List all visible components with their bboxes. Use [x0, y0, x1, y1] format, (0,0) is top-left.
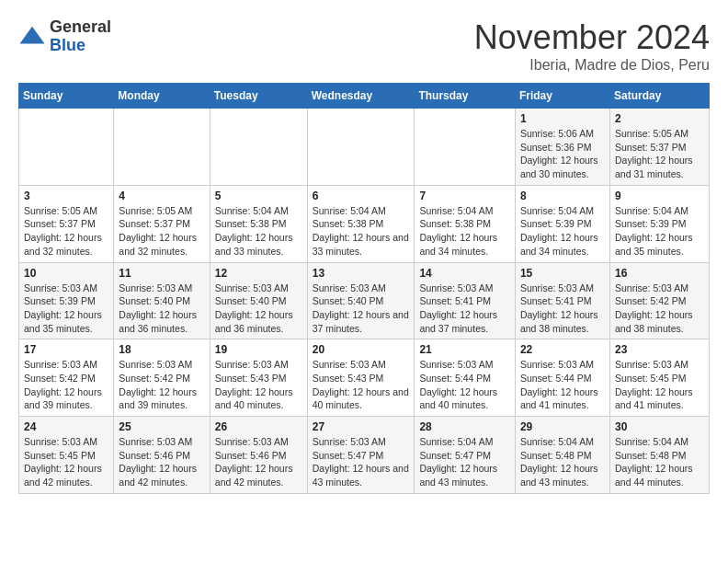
day-info: Sunrise: 5:04 AM Sunset: 5:39 PM Dayligh… — [615, 204, 704, 259]
day-number: 16 — [615, 267, 704, 280]
calendar-day-cell: 7Sunrise: 5:04 AM Sunset: 5:38 PM Daylig… — [415, 185, 516, 262]
calendar-day-cell — [415, 109, 516, 186]
day-info: Sunrise: 5:04 AM Sunset: 5:38 PM Dayligh… — [419, 204, 510, 259]
logo-text: General Blue — [50, 18, 111, 55]
page-title: November 2024 — [474, 18, 710, 57]
day-number: 1 — [520, 112, 605, 125]
day-info: Sunrise: 5:06 AM Sunset: 5:36 PM Dayligh… — [520, 127, 605, 181]
day-info: Sunrise: 5:03 AM Sunset: 5:40 PM Dayligh… — [215, 282, 302, 336]
day-number: 29 — [520, 420, 605, 433]
calendar-day-cell — [114, 109, 210, 186]
calendar-day-cell: 23Sunrise: 5:03 AM Sunset: 5:45 PM Dayli… — [609, 339, 709, 417]
day-info: Sunrise: 5:04 AM Sunset: 5:38 PM Dayligh… — [313, 204, 410, 259]
day-info: Sunrise: 5:03 AM Sunset: 5:43 PM Dayligh… — [215, 358, 302, 412]
calendar-day-cell: 16Sunrise: 5:03 AM Sunset: 5:42 PM Dayli… — [609, 262, 709, 339]
day-number: 20 — [313, 343, 410, 356]
day-number: 28 — [419, 420, 510, 433]
calendar-day-cell: 18Sunrise: 5:03 AM Sunset: 5:42 PM Dayli… — [114, 339, 210, 417]
day-number: 15 — [520, 267, 605, 280]
day-info: Sunrise: 5:03 AM Sunset: 5:41 PM Dayligh… — [419, 282, 510, 336]
day-number: 2 — [615, 112, 704, 125]
calendar-week-row: 1Sunrise: 5:06 AM Sunset: 5:36 PM Daylig… — [19, 109, 710, 186]
day-info: Sunrise: 5:04 AM Sunset: 5:39 PM Dayligh… — [520, 204, 605, 259]
calendar-day-cell: 26Sunrise: 5:03 AM Sunset: 5:46 PM Dayli… — [210, 417, 307, 494]
day-info: Sunrise: 5:03 AM Sunset: 5:45 PM Dayligh… — [24, 435, 108, 489]
day-number: 18 — [119, 343, 204, 356]
calendar-day-header: Friday — [515, 84, 609, 109]
day-number: 25 — [119, 420, 204, 433]
calendar-day-cell: 12Sunrise: 5:03 AM Sunset: 5:40 PM Dayli… — [210, 262, 307, 339]
day-info: Sunrise: 5:03 AM Sunset: 5:44 PM Dayligh… — [520, 358, 605, 412]
calendar-day-cell: 17Sunrise: 5:03 AM Sunset: 5:42 PM Dayli… — [19, 339, 114, 417]
day-number: 24 — [24, 420, 108, 433]
day-number: 4 — [119, 190, 204, 202]
day-number: 9 — [615, 190, 704, 202]
calendar-table: SundayMondayTuesdayWednesdayThursdayFrid… — [18, 83, 710, 494]
calendar-day-cell: 4Sunrise: 5:05 AM Sunset: 5:37 PM Daylig… — [114, 185, 210, 262]
calendar-day-cell: 15Sunrise: 5:03 AM Sunset: 5:41 PM Dayli… — [515, 262, 609, 339]
day-number: 11 — [119, 267, 204, 280]
logo-general: General — [50, 18, 111, 37]
calendar-day-cell: 19Sunrise: 5:03 AM Sunset: 5:43 PM Dayli… — [210, 339, 307, 417]
page-header: General Blue November 2024 Iberia, Madre… — [18, 18, 710, 74]
calendar-week-row: 17Sunrise: 5:03 AM Sunset: 5:42 PM Dayli… — [19, 339, 710, 417]
logo-blue: Blue — [50, 37, 111, 55]
day-info: Sunrise: 5:03 AM Sunset: 5:41 PM Dayligh… — [520, 282, 605, 336]
calendar-day-cell — [210, 109, 307, 186]
day-number: 6 — [313, 190, 410, 202]
day-number: 30 — [615, 420, 704, 433]
calendar-day-cell: 22Sunrise: 5:03 AM Sunset: 5:44 PM Dayli… — [515, 339, 609, 417]
day-number: 26 — [215, 420, 302, 433]
logo-icon — [18, 23, 46, 51]
calendar-day-cell — [307, 109, 415, 186]
calendar-day-header: Tuesday — [210, 84, 307, 109]
calendar-week-row: 3Sunrise: 5:05 AM Sunset: 5:37 PM Daylig… — [19, 185, 710, 262]
day-number: 17 — [24, 343, 108, 356]
calendar-day-cell: 3Sunrise: 5:05 AM Sunset: 5:37 PM Daylig… — [19, 185, 114, 262]
day-info: Sunrise: 5:03 AM Sunset: 5:45 PM Dayligh… — [615, 358, 704, 412]
day-number: 21 — [419, 343, 510, 356]
day-info: Sunrise: 5:03 AM Sunset: 5:42 PM Dayligh… — [24, 358, 108, 412]
calendar-day-cell: 11Sunrise: 5:03 AM Sunset: 5:40 PM Dayli… — [114, 262, 210, 339]
calendar-day-cell: 24Sunrise: 5:03 AM Sunset: 5:45 PM Dayli… — [19, 417, 114, 494]
day-info: Sunrise: 5:03 AM Sunset: 5:47 PM Dayligh… — [313, 435, 410, 489]
day-info: Sunrise: 5:04 AM Sunset: 5:48 PM Dayligh… — [615, 435, 704, 489]
calendar-day-cell: 20Sunrise: 5:03 AM Sunset: 5:43 PM Dayli… — [307, 339, 415, 417]
calendar-day-header: Sunday — [19, 84, 114, 109]
calendar-day-cell: 14Sunrise: 5:03 AM Sunset: 5:41 PM Dayli… — [415, 262, 516, 339]
day-info: Sunrise: 5:04 AM Sunset: 5:38 PM Dayligh… — [215, 204, 302, 259]
calendar-day-cell: 1Sunrise: 5:06 AM Sunset: 5:36 PM Daylig… — [515, 109, 609, 186]
calendar-day-cell: 25Sunrise: 5:03 AM Sunset: 5:46 PM Dayli… — [114, 417, 210, 494]
calendar-day-cell: 21Sunrise: 5:03 AM Sunset: 5:44 PM Dayli… — [415, 339, 516, 417]
day-number: 23 — [615, 343, 704, 356]
day-number: 3 — [24, 190, 108, 202]
day-number: 7 — [419, 190, 510, 202]
day-number: 22 — [520, 343, 605, 356]
page-subtitle: Iberia, Madre de Dios, Peru — [474, 57, 710, 74]
calendar-day-header: Saturday — [609, 84, 709, 109]
day-info: Sunrise: 5:03 AM Sunset: 5:42 PM Dayligh… — [119, 358, 204, 412]
calendar-day-cell: 10Sunrise: 5:03 AM Sunset: 5:39 PM Dayli… — [19, 262, 114, 339]
day-number: 8 — [520, 190, 605, 202]
calendar-week-row: 10Sunrise: 5:03 AM Sunset: 5:39 PM Dayli… — [19, 262, 710, 339]
calendar-day-cell — [19, 109, 114, 186]
day-number: 13 — [313, 267, 410, 280]
calendar-day-cell: 27Sunrise: 5:03 AM Sunset: 5:47 PM Dayli… — [307, 417, 415, 494]
day-number: 27 — [313, 420, 410, 433]
calendar-day-cell: 28Sunrise: 5:04 AM Sunset: 5:47 PM Dayli… — [415, 417, 516, 494]
title-block: November 2024 Iberia, Madre de Dios, Per… — [474, 18, 710, 74]
day-info: Sunrise: 5:03 AM Sunset: 5:46 PM Dayligh… — [119, 435, 204, 489]
calendar-day-cell: 13Sunrise: 5:03 AM Sunset: 5:40 PM Dayli… — [307, 262, 415, 339]
day-info: Sunrise: 5:05 AM Sunset: 5:37 PM Dayligh… — [119, 204, 204, 259]
calendar-header-row: SundayMondayTuesdayWednesdayThursdayFrid… — [19, 84, 710, 109]
day-info: Sunrise: 5:03 AM Sunset: 5:43 PM Dayligh… — [313, 358, 410, 412]
day-number: 12 — [215, 267, 302, 280]
day-info: Sunrise: 5:03 AM Sunset: 5:40 PM Dayligh… — [119, 282, 204, 336]
calendar-day-cell: 2Sunrise: 5:05 AM Sunset: 5:37 PM Daylig… — [609, 109, 709, 186]
day-number: 19 — [215, 343, 302, 356]
day-info: Sunrise: 5:03 AM Sunset: 5:42 PM Dayligh… — [615, 282, 704, 336]
calendar-day-header: Monday — [114, 84, 210, 109]
calendar-week-row: 24Sunrise: 5:03 AM Sunset: 5:45 PM Dayli… — [19, 417, 710, 494]
day-number: 5 — [215, 190, 302, 202]
day-number: 10 — [24, 267, 108, 280]
